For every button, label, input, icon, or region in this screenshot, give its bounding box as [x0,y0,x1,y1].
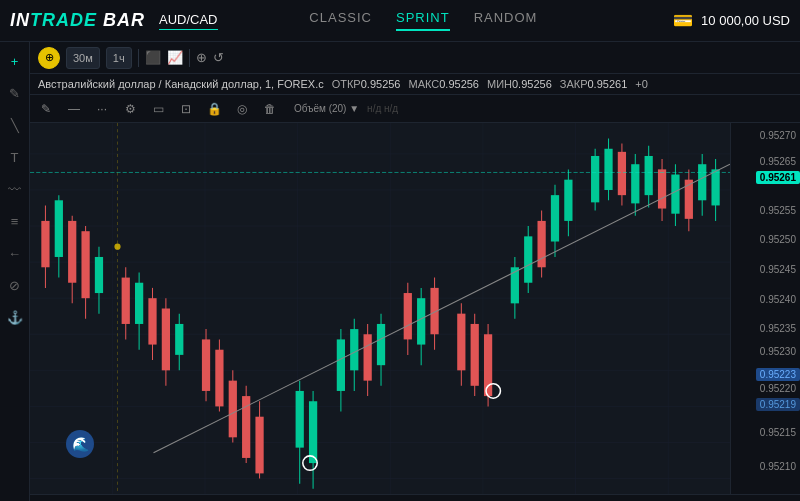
chart-toolbar: ⊕ 30м 1ч ⬛ 📈 ⊕ ↺ [30,42,800,74]
ohlc-close: ЗАКР0.95261 [560,78,628,90]
svg-rect-61 [404,293,412,339]
svg-rect-84 [591,156,599,202]
svg-rect-48 [296,391,304,448]
svg-rect-40 [215,350,223,407]
price-level-5: 0.95245 [760,264,796,275]
tab-classic[interactable]: CLASSIC [309,10,372,31]
indicator-icon[interactable]: 📈 [167,50,183,65]
svg-rect-30 [135,283,143,324]
svg-rect-67 [457,314,465,371]
svg-rect-88 [618,152,626,195]
svg-rect-69 [471,324,479,386]
tool-anchor[interactable]: ⚓ [4,306,26,328]
tool-wave[interactable]: 〰 [4,178,26,200]
svg-rect-100 [698,164,706,200]
svg-rect-102 [711,169,719,205]
logo: INTRADE BAR [10,10,145,31]
interval-btn[interactable]: 1ч [106,47,132,69]
svg-rect-86 [604,149,612,190]
svg-rect-55 [350,329,358,370]
svg-rect-32 [148,298,156,344]
draw-rectangle[interactable]: ▭ [146,99,170,119]
svg-rect-22 [68,221,76,283]
tool-crosshair[interactable]: + [4,50,26,72]
draw-pencil[interactable]: ✎ [34,99,58,119]
chart-svg [30,123,730,494]
svg-rect-90 [631,164,639,203]
price-level-hl3: 0.95219 [756,398,800,411]
balance-area: 💳 10 000,00 USD [673,11,790,30]
price-level-hl2: 0.95223 [756,368,800,381]
pair-full: Австралийский доллар / Канадский доллар,… [38,78,324,90]
balance-icon: 💳 [673,11,693,30]
svg-rect-59 [377,324,385,365]
svg-rect-92 [645,156,653,195]
tool-arrow[interactable]: ← [4,242,26,264]
price-level-11: 0.95210 [760,461,796,472]
draw-settings[interactable]: ⚙ [118,99,142,119]
svg-rect-96 [671,175,679,214]
timeframe-btn[interactable]: 30м [66,47,100,69]
settings-icon[interactable]: ↺ [213,50,224,65]
chart-wrapper: + ✎ ╲ T 〰 ≡ ← ⊘ ⚓ ⊕ 30м 1ч ⬛ 📈 ⊕ ↺ Австр… [0,42,800,501]
svg-rect-50 [309,401,317,463]
chart-svg-area[interactable]: 🌊 [30,123,730,494]
top-nav: INTRADE BAR AUD/CAD CLASSIC SPRINT RANDO… [0,0,800,42]
volume-val: н/д н/д [367,103,398,114]
chart-body: 🌊 0.95270 0.95265 0.95261 0.95255 0.9525… [30,123,800,494]
pair-selector[interactable]: AUD/CAD [159,12,218,30]
svg-rect-26 [95,257,103,293]
svg-rect-76 [524,236,532,282]
tool-text[interactable]: T [4,146,26,168]
draw-dotted[interactable]: ··· [90,99,114,119]
svg-rect-42 [229,381,237,438]
price-level-8: 0.95230 [760,346,796,357]
svg-rect-38 [202,339,210,391]
draw-box[interactable]: ⊡ [174,99,198,119]
draw-eye[interactable]: ◎ [230,99,254,119]
add-icon[interactable]: ⊕ [196,50,207,65]
draw-line[interactable]: — [62,99,86,119]
price-level-highlight: 0.95261 [756,171,800,184]
svg-rect-36 [175,324,183,355]
svg-rect-20 [55,200,63,257]
tool-eraser[interactable]: ⊘ [4,274,26,296]
sep2 [189,49,190,67]
svg-rect-82 [564,180,572,221]
svg-rect-34 [162,309,170,371]
price-level-1: 0.95270 [760,130,796,141]
price-level-3: 0.95255 [760,205,796,216]
price-axis: 0.95270 0.95265 0.95261 0.95255 0.95250 … [730,123,800,494]
ohlc-open: ОТКР0.95256 [332,78,401,90]
time-axis: 22:40 22:50 23:00 11 Апр '19 23:07 11 Ап… [30,494,800,501]
svg-rect-57 [364,334,372,380]
volume-label: Объём (20) ▼ [294,103,359,114]
drawing-bar: ✎ — ··· ⚙ ▭ ⊡ 🔒 ◎ 🗑 Объём (20) ▼ н/д н/д [30,95,800,123]
svg-rect-94 [658,169,666,208]
sep1 [138,49,139,67]
price-level-2: 0.95265 [760,156,796,167]
svg-point-106 [114,244,120,250]
tab-sprint[interactable]: SPRINT [396,10,450,31]
svg-rect-46 [255,417,263,474]
tab-random[interactable]: RANDOM [474,10,538,31]
balance-text: 10 000,00 USD [701,13,790,28]
ohlc-min: МИН0.95256 [487,78,552,90]
svg-rect-18 [41,221,49,267]
price-level-6: 0.95240 [760,294,796,305]
nav-tabs: CLASSIC SPRINT RANDOM [309,10,537,31]
svg-rect-63 [417,298,425,344]
ohlc-max: МАКС0.95256 [408,78,479,90]
tool-pen[interactable]: ✎ [4,82,26,104]
svg-rect-28 [122,278,130,324]
candle-type-icon[interactable]: ⬛ [145,50,161,65]
tool-fibs[interactable]: ≡ [4,210,26,232]
svg-rect-74 [511,267,519,303]
draw-delete[interactable]: 🗑 [258,99,282,119]
cursor-btn[interactable]: ⊕ [38,47,60,69]
chart-widget-icon[interactable]: 🌊 [66,430,94,458]
svg-rect-53 [337,339,345,391]
chart-main: ⊕ 30м 1ч ⬛ 📈 ⊕ ↺ Австралийский доллар / … [30,42,800,501]
draw-lock[interactable]: 🔒 [202,99,226,119]
tool-line[interactable]: ╲ [4,114,26,136]
